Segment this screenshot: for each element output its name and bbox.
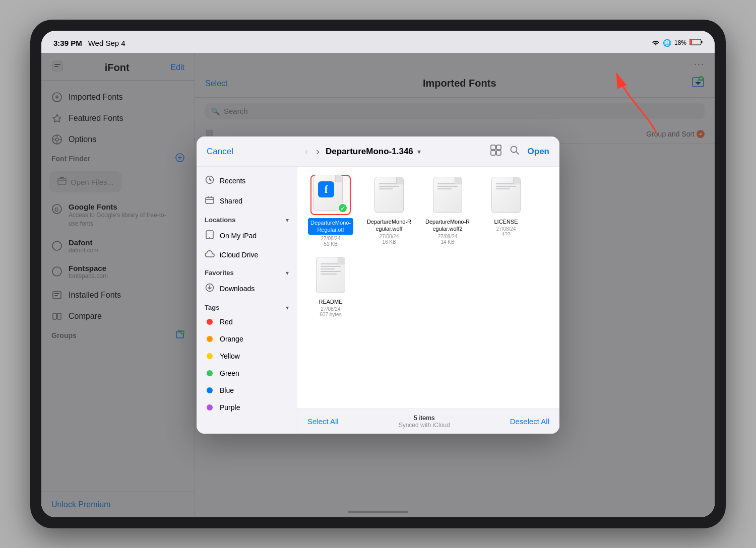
dialog-header-actions: Open: [490, 145, 549, 158]
dialog-sidebar-shared[interactable]: Shared: [197, 191, 297, 211]
file-size-license: 4??: [502, 232, 511, 237]
file-name-woff: DepartureMono-Regular.woff: [366, 218, 412, 233]
file-size-woff: 16 KB: [382, 239, 396, 245]
dialog-container: Cancel ‹ › DepartureMono-1.346 ▾: [197, 136, 559, 434]
file-name-woff2: DepartureMono-Regular.woff2: [425, 218, 470, 233]
favorites-section: Favorites ▾: [197, 264, 297, 279]
dialog-body: Recents Shared Location: [197, 167, 559, 434]
status-bar: 3:39 PM Wed Sep 4 🌐 18%: [41, 31, 715, 53]
status-time: 3:39 PM: [53, 39, 82, 47]
dialog-search-button[interactable]: [510, 145, 520, 158]
dialog-header: Cancel ‹ › DepartureMono-1.346 ▾: [197, 136, 559, 167]
downloads-icon: [205, 283, 215, 294]
svg-rect-41: [206, 197, 214, 203]
tag-yellow-dot: [207, 353, 213, 359]
dialog-sidebar-recents[interactable]: Recents: [197, 171, 297, 191]
tags-chevron-icon[interactable]: ▾: [286, 304, 289, 311]
footer-info: 5 items Synced with iCloud: [339, 414, 510, 429]
tag-blue-label: Blue: [220, 386, 234, 394]
tag-blue-dot: [207, 387, 213, 393]
svg-point-43: [209, 237, 210, 238]
svg-rect-37: [496, 151, 501, 155]
dialog-folder-title: DepartureMono-1.346: [326, 147, 413, 157]
file-item-readme[interactable]: README 27/08/24 607 bytes: [305, 255, 356, 317]
file-grid-row-1: f ✓ DepartureMono-Regular.otf 27/08/24 5…: [305, 175, 551, 247]
file-date-readme: 27/08/24: [321, 306, 341, 312]
dialog-open-button[interactable]: Open: [528, 147, 549, 157]
red-arrow-annotation: [606, 63, 667, 146]
dialog-tag-yellow[interactable]: Yellow: [197, 348, 297, 365]
file-icon-wrapper-otf: f ✓: [310, 175, 351, 215]
dialog-tag-red[interactable]: Red: [197, 313, 297, 330]
file-picker-dialog: Cancel ‹ › DepartureMono-1.346 ▾: [41, 53, 715, 517]
tag-green-label: Green: [220, 369, 239, 377]
shared-icon: [205, 195, 215, 207]
tags-section: Tags ▾: [197, 299, 297, 313]
app-container: iFont Edit Imported Fonts: [41, 53, 715, 517]
file-icon-wrapper-woff2: [427, 175, 468, 215]
footer-items-count: 5 items: [339, 414, 510, 422]
svg-rect-2: [702, 41, 703, 43]
dialog-tag-blue[interactable]: Blue: [197, 382, 297, 399]
dialog-title-area: ‹ › DepartureMono-1.346 ▾: [303, 146, 421, 157]
dialog-sidebar-icloud-drive[interactable]: iCloud Drive: [197, 246, 297, 264]
dialog-forward-button[interactable]: ›: [314, 146, 322, 157]
dialog-grid-view-button[interactable]: [490, 145, 501, 158]
dialog-tag-orange[interactable]: Orange: [197, 330, 297, 348]
dialog-sidebar: Recents Shared Location: [197, 167, 297, 434]
icloud-icon: [205, 250, 215, 259]
tag-green-dot: [207, 370, 213, 376]
file-icon-wrapper-license: [486, 175, 526, 215]
svg-line-39: [516, 152, 519, 154]
file-icon-wrapper-woff: [369, 175, 409, 215]
file-item-license[interactable]: LICENSE 27/08/24 4??: [481, 175, 531, 247]
dialog-sidebar-on-my-ipad[interactable]: On My iPad: [197, 226, 297, 246]
status-right: 🌐 18%: [652, 38, 703, 47]
footer-sync-status: Synced with iCloud: [339, 422, 510, 429]
select-all-button[interactable]: Select All: [307, 417, 339, 426]
svg-rect-34: [491, 145, 495, 150]
svg-rect-35: [496, 145, 501, 150]
dialog-footer: Select All 5 items Synced with iCloud De…: [297, 408, 559, 434]
dialog-tag-purple[interactable]: Purple: [197, 399, 297, 416]
recents-label: Recents: [220, 177, 245, 185]
svg-rect-36: [491, 151, 495, 155]
icloud-drive-label: iCloud Drive: [220, 251, 258, 259]
file-size-woff2: 14 KB: [440, 239, 454, 245]
deselect-all-button[interactable]: Deselect All: [510, 417, 549, 426]
file-item-otf[interactable]: f ✓ DepartureMono-Regular.otf 27/08/24 5…: [305, 175, 356, 247]
dialog-tag-green[interactable]: Green: [197, 365, 297, 382]
file-date-woff2: 27/08/24: [438, 234, 458, 239]
file-date-otf: 27/08/24: [321, 236, 341, 241]
shared-label: Shared: [220, 197, 242, 205]
dialog-file-grid: f ✓ DepartureMono-Regular.otf 27/08/24 5…: [297, 167, 559, 408]
file-date-license: 27/08/24: [496, 226, 516, 232]
downloads-label: Downloads: [220, 285, 255, 293]
on-my-ipad-label: On My iPad: [220, 232, 257, 240]
status-date: Wed Sep 4: [88, 39, 125, 47]
file-item-woff2[interactable]: DepartureMono-Regular.woff2 27/08/24 14 …: [422, 175, 473, 247]
wifi-icon: [652, 38, 660, 47]
ipad-icon: [205, 230, 215, 241]
file-item-woff[interactable]: DepartureMono-Regular.woff 27/08/24 16 K…: [364, 175, 414, 247]
svg-rect-1: [690, 40, 692, 44]
dialog-folder-chevron-icon: ▾: [417, 148, 421, 156]
tag-red-dot: [207, 319, 213, 325]
tag-purple-label: Purple: [220, 403, 240, 412]
tag-orange-dot: [207, 336, 213, 342]
tag-purple-dot: [207, 404, 213, 410]
locations-chevron-icon[interactable]: ▾: [286, 217, 289, 224]
file-size-otf: 51 KB: [324, 241, 337, 247]
file-date-woff: 27/08/24: [380, 234, 399, 239]
file-name-otf: DepartureMono-Regular.otf: [308, 218, 353, 235]
tag-red-label: Red: [220, 318, 233, 326]
recents-icon: [205, 175, 215, 186]
file-grid-row-2: README 27/08/24 607 bytes: [305, 255, 551, 317]
dialog-cancel-button[interactable]: Cancel: [207, 147, 233, 157]
file-icon-wrapper-readme: [310, 255, 351, 295]
dialog-back-button[interactable]: ‹: [303, 146, 310, 157]
tags-title: Tags: [205, 304, 219, 311]
dialog-sidebar-downloads[interactable]: Downloads: [197, 279, 297, 299]
favorites-chevron-icon[interactable]: ▾: [286, 269, 289, 277]
file-size-readme: 607 bytes: [320, 312, 341, 317]
